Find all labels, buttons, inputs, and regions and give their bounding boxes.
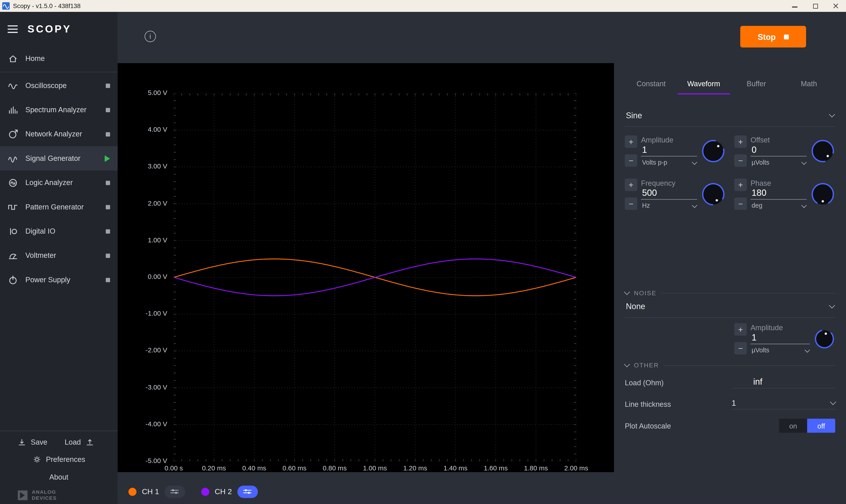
noise-amplitude-label: Amplitude	[751, 323, 810, 331]
channel-1-settings-button[interactable]	[164, 485, 185, 498]
offset-knob[interactable]	[810, 139, 835, 163]
info-button[interactable]: i	[145, 31, 156, 42]
minimize-button[interactable]	[785, 0, 805, 12]
logic-analyzer-icon	[7, 177, 18, 188]
amplitude-increment-button[interactable]: +	[625, 136, 637, 148]
run-indicator[interactable]	[105, 155, 110, 162]
plot-autoscale-label: Plot Autoscale	[625, 421, 671, 430]
sidebar-item-network-analyzer[interactable]: Network Analyzer	[0, 122, 118, 146]
stop-indicator[interactable]	[106, 277, 110, 282]
sidebar-item-voltmeter[interactable]: Voltmeter	[0, 243, 118, 268]
stop-indicator[interactable]	[106, 83, 110, 88]
offset-label: Offset	[751, 136, 807, 144]
frequency-knob[interactable]	[701, 182, 726, 207]
load-ohm-input[interactable]: inf	[732, 377, 835, 389]
chevron-down-icon	[692, 203, 697, 208]
panel-tabs: Constant Waveform Buffer Math	[625, 80, 835, 94]
digital-io-icon	[7, 226, 18, 236]
collapse-chevron-icon	[624, 361, 630, 367]
waveform-type-select[interactable]: Sine	[625, 111, 835, 127]
x-tick-label: 0.00 s	[156, 465, 192, 472]
offset-value-input[interactable]: 0	[751, 144, 807, 157]
amplitude-knob[interactable]	[701, 139, 726, 163]
x-tick-label: 0.20 ms	[196, 465, 232, 472]
sidebar-item-power-supply[interactable]: Power Supply	[0, 268, 118, 292]
waveform-plot[interactable]: 5.00 V4.00 V3.00 V2.00 V1.00 V0.00 V-1.0…	[118, 63, 614, 472]
stop-indicator[interactable]	[106, 229, 110, 233]
tab-buffer[interactable]: Buffer	[730, 80, 782, 94]
noise-amplitude-increment-button[interactable]: +	[734, 323, 746, 336]
noise-type-select[interactable]: None	[625, 302, 835, 318]
offset-decrement-button[interactable]: −	[734, 154, 746, 167]
sidebar-item-pattern-generator[interactable]: Pattern Generator	[0, 195, 118, 219]
waveform-type-value: Sine	[626, 111, 642, 120]
save-button[interactable]: Save	[17, 438, 47, 447]
autoscale-off-button[interactable]: off	[807, 419, 835, 433]
stop-indicator[interactable]	[106, 205, 110, 209]
frequency-decrement-button[interactable]: −	[625, 198, 637, 210]
channel-2-settings-button[interactable]	[237, 485, 258, 498]
signal-settings-panel: Constant Waveform Buffer Math Sine + −	[614, 12, 846, 504]
stop-indicator[interactable]	[106, 132, 110, 136]
analog-devices-logo: ANALOGDEVICES	[0, 489, 118, 501]
home-icon	[7, 53, 18, 64]
close-button[interactable]	[825, 0, 846, 12]
sidebar-item-spectrum-analyzer[interactable]: Spectrum Analyzer	[0, 98, 118, 122]
amplitude-value-input[interactable]: 1	[641, 144, 697, 157]
amplitude-unit-select[interactable]: Volts p-p	[641, 157, 697, 166]
save-label: Save	[31, 438, 47, 446]
line-thickness-select[interactable]: 1	[732, 399, 835, 410]
tab-constant[interactable]: Constant	[625, 80, 677, 94]
channel-2-group: CH 2	[201, 485, 258, 498]
sidebar-item-signal-generator[interactable]: Signal Generator	[0, 146, 118, 170]
y-tick-label: 4.00 V	[148, 126, 167, 133]
stop-indicator[interactable]	[106, 181, 110, 185]
amplitude-control: + − Amplitude 1 Volts p-p	[625, 136, 725, 167]
other-section-header[interactable]: OTHER	[625, 362, 835, 368]
noise-section-header[interactable]: NOISE	[625, 290, 835, 296]
phase-increment-button[interactable]: +	[734, 179, 746, 191]
scopy-logo: SCOPY	[28, 23, 71, 35]
offset-unit-value: µVolts	[752, 159, 769, 166]
load-button[interactable]: Load	[65, 438, 94, 447]
maximize-button[interactable]	[805, 0, 826, 12]
tab-math[interactable]: Math	[782, 80, 835, 94]
phase-unit-select[interactable]: deg	[751, 200, 807, 210]
chevron-down-icon	[801, 160, 806, 165]
frequency-unit-select[interactable]: Hz	[641, 200, 697, 210]
brand-text: DEVICES	[32, 495, 57, 501]
sidebar-item-oscilloscope[interactable]: Oscilloscope	[0, 73, 118, 98]
phase-value-input[interactable]: 180	[751, 187, 807, 200]
menu-toggle-button[interactable]	[7, 25, 18, 33]
sliders-icon	[243, 488, 252, 495]
tab-waveform[interactable]: Waveform	[677, 80, 730, 94]
autoscale-on-button[interactable]: on	[779, 419, 807, 433]
frequency-value-input[interactable]: 500	[641, 187, 697, 200]
sidebar-item-label: Digital IO	[25, 227, 55, 235]
preferences-button[interactable]: Preferences	[0, 455, 118, 464]
sidebar-item-logic-analyzer[interactable]: Logic Analyzer	[0, 170, 118, 195]
phase-knob[interactable]	[810, 182, 835, 207]
sidebar-item-digital-io[interactable]: Digital IO	[0, 219, 118, 243]
frequency-label: Frequency	[641, 179, 697, 187]
load-ohm-row: Load (Ohm) inf	[625, 375, 835, 390]
stop-indicator[interactable]	[106, 108, 110, 112]
noise-amplitude-knob[interactable]	[813, 328, 835, 350]
line-thickness-value: 1	[732, 399, 736, 408]
offset-increment-button[interactable]: +	[734, 136, 746, 148]
sidebar-item-label: Power Supply	[25, 276, 70, 284]
noise-amplitude-decrement-button[interactable]: −	[734, 342, 746, 354]
phase-unit-value: deg	[752, 202, 762, 210]
noise-amplitude-unit-select[interactable]: µVolts	[751, 344, 810, 354]
phase-decrement-button[interactable]: −	[734, 198, 746, 210]
y-tick-label: -1.00 V	[146, 310, 167, 318]
channel-1-color-dot	[128, 487, 137, 496]
about-link[interactable]: About	[0, 473, 118, 481]
sidebar-item-home[interactable]: Home	[0, 47, 118, 71]
offset-unit-select[interactable]: µVolts	[751, 157, 807, 166]
amplitude-decrement-button[interactable]: −	[625, 154, 637, 167]
noise-amplitude-value-input[interactable]: 1	[751, 331, 810, 344]
stop-indicator[interactable]	[106, 253, 110, 257]
frequency-increment-button[interactable]: +	[625, 179, 637, 191]
x-tick-label: 1.40 ms	[437, 465, 474, 472]
